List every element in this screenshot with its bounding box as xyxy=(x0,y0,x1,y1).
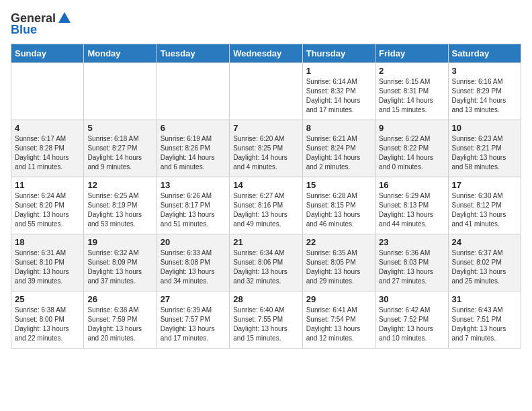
day-info: Sunrise: 6:31 AMSunset: 8:10 PMDaylight:… xyxy=(15,248,80,286)
day-info: Sunrise: 6:43 AMSunset: 7:51 PMDaylight:… xyxy=(452,306,517,343)
day-number: 2 xyxy=(379,66,444,76)
svg-marker-0 xyxy=(58,12,71,23)
day-info: Sunrise: 6:14 AMSunset: 8:32 PMDaylight:… xyxy=(306,77,371,115)
day-number: 9 xyxy=(379,123,444,133)
day-number: 14 xyxy=(233,180,298,190)
day-info: Sunrise: 6:30 AMSunset: 8:12 PMDaylight:… xyxy=(452,191,517,229)
day-number: 8 xyxy=(306,123,371,133)
calendar-cell: 9Sunrise: 6:22 AMSunset: 8:22 PMDaylight… xyxy=(375,120,448,177)
logo-icon xyxy=(57,11,72,26)
weekday-header: Monday xyxy=(84,44,157,63)
calendar-cell xyxy=(157,63,229,120)
calendar-cell: 21Sunrise: 6:34 AMSunset: 8:06 PMDayligh… xyxy=(230,234,302,291)
day-number: 13 xyxy=(161,180,226,190)
day-info: Sunrise: 6:23 AMSunset: 8:21 PMDaylight:… xyxy=(452,134,517,172)
day-info: Sunrise: 6:17 AMSunset: 8:28 PMDaylight:… xyxy=(15,134,80,172)
weekday-header: Saturday xyxy=(448,44,521,63)
calendar-cell: 11Sunrise: 6:24 AMSunset: 8:20 PMDayligh… xyxy=(11,177,84,234)
day-number: 28 xyxy=(233,294,298,304)
day-number: 5 xyxy=(87,123,152,133)
day-info: Sunrise: 6:38 AMSunset: 7:59 PMDaylight:… xyxy=(87,306,152,343)
day-info: Sunrise: 6:27 AMSunset: 8:16 PMDaylight:… xyxy=(233,191,298,229)
day-info: Sunrise: 6:22 AMSunset: 8:22 PMDaylight:… xyxy=(379,134,444,172)
day-number: 10 xyxy=(452,123,517,133)
calendar-cell: 4Sunrise: 6:17 AMSunset: 8:28 PMDaylight… xyxy=(11,120,84,177)
calendar-cell: 22Sunrise: 6:35 AMSunset: 8:05 PMDayligh… xyxy=(302,234,375,291)
day-number: 21 xyxy=(233,237,298,247)
calendar-cell: 26Sunrise: 6:38 AMSunset: 7:59 PMDayligh… xyxy=(84,291,157,349)
day-number: 3 xyxy=(452,66,517,76)
calendar-cell: 19Sunrise: 6:32 AMSunset: 8:09 PMDayligh… xyxy=(84,234,157,291)
calendar-cell: 16Sunrise: 6:29 AMSunset: 8:13 PMDayligh… xyxy=(375,177,448,234)
day-info: Sunrise: 6:26 AMSunset: 8:17 PMDaylight:… xyxy=(161,191,226,229)
calendar-cell: 27Sunrise: 6:39 AMSunset: 7:57 PMDayligh… xyxy=(157,291,229,349)
day-number: 15 xyxy=(306,180,371,190)
day-number: 4 xyxy=(15,123,80,133)
header-row: SundayMondayTuesdayWednesdayThursdayFrid… xyxy=(11,44,521,63)
day-number: 17 xyxy=(452,180,517,190)
weekday-header: Tuesday xyxy=(157,44,229,63)
day-number: 25 xyxy=(15,294,80,304)
calendar-cell: 15Sunrise: 6:28 AMSunset: 8:15 PMDayligh… xyxy=(302,177,375,234)
day-number: 18 xyxy=(15,237,80,247)
day-info: Sunrise: 6:20 AMSunset: 8:25 PMDaylight:… xyxy=(233,134,298,172)
weekday-header: Friday xyxy=(375,44,448,63)
calendar-cell: 17Sunrise: 6:30 AMSunset: 8:12 PMDayligh… xyxy=(448,177,521,234)
weekday-header: Wednesday xyxy=(230,44,302,63)
day-info: Sunrise: 6:15 AMSunset: 8:31 PMDaylight:… xyxy=(379,77,444,115)
calendar-row: 4Sunrise: 6:17 AMSunset: 8:28 PMDaylight… xyxy=(11,120,521,177)
day-number: 20 xyxy=(161,237,226,247)
day-info: Sunrise: 6:16 AMSunset: 8:29 PMDaylight:… xyxy=(452,77,517,115)
calendar-cell: 28Sunrise: 6:40 AMSunset: 7:55 PMDayligh… xyxy=(230,291,302,349)
logo: General Blue xyxy=(11,11,72,37)
day-info: Sunrise: 6:35 AMSunset: 8:05 PMDaylight:… xyxy=(306,248,371,286)
day-info: Sunrise: 6:39 AMSunset: 7:57 PMDaylight:… xyxy=(161,306,226,343)
day-info: Sunrise: 6:24 AMSunset: 8:20 PMDaylight:… xyxy=(15,191,80,229)
calendar-table: SundayMondayTuesdayWednesdayThursdayFrid… xyxy=(11,44,521,349)
calendar-cell: 23Sunrise: 6:36 AMSunset: 8:03 PMDayligh… xyxy=(375,234,448,291)
day-info: Sunrise: 6:40 AMSunset: 7:55 PMDaylight:… xyxy=(233,306,298,343)
day-number: 19 xyxy=(87,237,152,247)
day-number: 1 xyxy=(306,66,371,76)
calendar-cell: 7Sunrise: 6:20 AMSunset: 8:25 PMDaylight… xyxy=(230,120,302,177)
page-header: General Blue xyxy=(11,11,521,37)
calendar-row: 25Sunrise: 6:38 AMSunset: 8:00 PMDayligh… xyxy=(11,291,521,349)
calendar-cell: 2Sunrise: 6:15 AMSunset: 8:31 PMDaylight… xyxy=(375,63,448,120)
day-info: Sunrise: 6:41 AMSunset: 7:54 PMDaylight:… xyxy=(306,306,371,343)
calendar-cell: 13Sunrise: 6:26 AMSunset: 8:17 PMDayligh… xyxy=(157,177,229,234)
calendar-cell: 8Sunrise: 6:21 AMSunset: 8:24 PMDaylight… xyxy=(302,120,375,177)
calendar-cell: 18Sunrise: 6:31 AMSunset: 8:10 PMDayligh… xyxy=(11,234,84,291)
day-info: Sunrise: 6:32 AMSunset: 8:09 PMDaylight:… xyxy=(87,248,152,286)
day-number: 24 xyxy=(452,237,517,247)
calendar-cell: 5Sunrise: 6:18 AMSunset: 8:27 PMDaylight… xyxy=(84,120,157,177)
day-number: 23 xyxy=(379,237,444,247)
calendar-cell: 25Sunrise: 6:38 AMSunset: 8:00 PMDayligh… xyxy=(11,291,84,349)
calendar-cell: 29Sunrise: 6:41 AMSunset: 7:54 PMDayligh… xyxy=(302,291,375,349)
day-number: 6 xyxy=(161,123,226,133)
calendar-row: 18Sunrise: 6:31 AMSunset: 8:10 PMDayligh… xyxy=(11,234,521,291)
calendar-row: 1Sunrise: 6:14 AMSunset: 8:32 PMDaylight… xyxy=(11,63,521,120)
day-info: Sunrise: 6:38 AMSunset: 8:00 PMDaylight:… xyxy=(15,306,80,343)
day-number: 27 xyxy=(161,294,226,304)
calendar-cell: 31Sunrise: 6:43 AMSunset: 7:51 PMDayligh… xyxy=(448,291,521,349)
day-info: Sunrise: 6:34 AMSunset: 8:06 PMDaylight:… xyxy=(233,248,298,286)
calendar-cell xyxy=(84,63,157,120)
day-number: 29 xyxy=(306,294,371,304)
day-info: Sunrise: 6:28 AMSunset: 8:15 PMDaylight:… xyxy=(306,191,371,229)
day-info: Sunrise: 6:36 AMSunset: 8:03 PMDaylight:… xyxy=(379,248,444,286)
day-number: 16 xyxy=(379,180,444,190)
calendar-cell: 12Sunrise: 6:25 AMSunset: 8:19 PMDayligh… xyxy=(84,177,157,234)
weekday-header: Sunday xyxy=(11,44,84,63)
day-info: Sunrise: 6:42 AMSunset: 7:52 PMDaylight:… xyxy=(379,306,444,343)
calendar-cell: 1Sunrise: 6:14 AMSunset: 8:32 PMDaylight… xyxy=(302,63,375,120)
day-number: 22 xyxy=(306,237,371,247)
calendar-cell: 10Sunrise: 6:23 AMSunset: 8:21 PMDayligh… xyxy=(448,120,521,177)
day-number: 7 xyxy=(233,123,298,133)
day-info: Sunrise: 6:21 AMSunset: 8:24 PMDaylight:… xyxy=(306,134,371,172)
calendar-cell: 3Sunrise: 6:16 AMSunset: 8:29 PMDaylight… xyxy=(448,63,521,120)
day-info: Sunrise: 6:18 AMSunset: 8:27 PMDaylight:… xyxy=(87,134,152,172)
day-info: Sunrise: 6:33 AMSunset: 8:08 PMDaylight:… xyxy=(161,248,226,286)
day-info: Sunrise: 6:19 AMSunset: 8:26 PMDaylight:… xyxy=(161,134,226,172)
logo-blue: Blue xyxy=(11,23,37,37)
day-info: Sunrise: 6:25 AMSunset: 8:19 PMDaylight:… xyxy=(87,191,152,229)
